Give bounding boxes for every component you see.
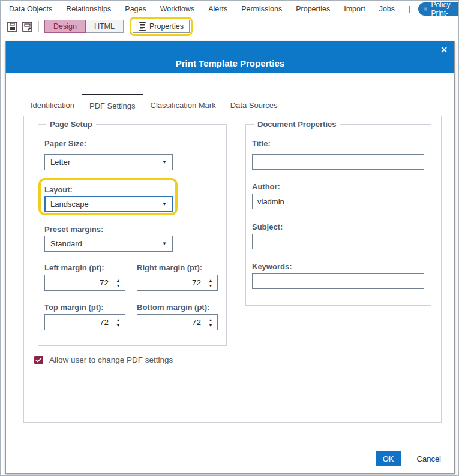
nav-item-import[interactable]: Import [344,5,365,13]
toolbar-divider [38,21,39,32]
spin-up-icon[interactable]: ▲ [209,278,213,282]
tab-pdf-settings[interactable]: PDF Settings [82,94,143,116]
paper-size-value: Letter [50,158,70,167]
nav-item-workflows[interactable]: Workflows [160,5,194,13]
spin-up-icon[interactable]: ▲ [209,318,213,322]
top-margin-input[interactable] [45,318,112,327]
design-toggle-button[interactable]: Design [44,20,86,33]
right-margin-spinner: ▲ ▼ [137,275,218,291]
dialog-button-bar: OK Cancel [376,451,449,466]
panel-top-border [279,116,441,116]
spinner-buttons: ▲ ▼ [112,278,125,288]
allow-pdf-change-row: Allow user to change PDF settings [34,356,173,364]
right-margin-input[interactable] [137,278,204,287]
chevron-down-icon: ▼ [162,241,167,246]
tab-identification[interactable]: Identification [23,94,82,116]
view-mode-toggle: Design HTML [44,20,124,33]
subject-label: Subject: [252,222,283,231]
allow-pdf-change-label: Allow user to change PDF settings [49,356,173,364]
editor-toolbar: Design HTML Properties [1,17,458,35]
nav-item-jobs[interactable]: Jobs [379,5,395,13]
top-margin-spinner: ▲ ▼ [44,314,125,330]
dialog-header: Print Template Properties ✕ [6,41,454,73]
nav-item-data-objects[interactable]: Data Objects [9,5,52,13]
spin-up-icon[interactable]: ▲ [116,318,121,322]
spin-down-icon[interactable]: ▼ [209,323,213,327]
preset-margins-value: Standard [50,239,82,248]
page-setup-legend: Page Setup [46,120,96,129]
tab-classification-mark[interactable]: Classification Mark [143,94,223,116]
save-as-icon[interactable] [22,21,32,32]
nav-item-properties[interactable]: Properties [296,5,330,13]
spin-up-icon[interactable]: ▲ [116,278,121,282]
properties-button-label: Properties [149,22,184,31]
dialog-close-icon[interactable]: ✕ [440,45,448,55]
spin-down-icon[interactable]: ▼ [209,284,213,288]
nav-item-relationships[interactable]: Relationships [66,5,111,13]
template-icon [424,5,427,13]
title-field[interactable] [252,154,424,170]
tab-data-sources[interactable]: Data Sources [223,94,285,116]
html-toggle-button[interactable]: HTML [86,20,124,33]
ok-button[interactable]: OK [376,451,401,466]
spin-down-icon[interactable]: ▼ [116,323,121,327]
save-icon[interactable] [7,21,17,32]
top-navigation: Data Objects Relationships Pages Workflo… [1,1,458,17]
paper-size-dropdown[interactable]: Letter ▼ [44,154,173,170]
properties-button[interactable]: Properties [133,20,190,33]
nav-separator: | [409,5,410,13]
author-field[interactable] [252,194,424,209]
bottom-margin-spinner: ▲ ▼ [137,314,218,330]
right-margin-label: Right margin (pt): [137,263,202,272]
chevron-down-icon: ▼ [162,201,167,207]
top-margin-label: Top margin (pt): [44,303,104,312]
chevron-down-icon: ▼ [162,159,167,165]
app-window: Data Objects Relationships Pages Workflo… [0,0,459,476]
check-icon [35,357,42,363]
spinner-buttons: ▲ ▼ [112,318,125,327]
spinner-buttons: ▲ ▼ [204,318,217,327]
dialog-tabs: Identification PDF Settings Classificati… [23,94,284,116]
layout-value: Landscape [50,200,89,209]
nav-item-alerts[interactable]: Alerts [208,5,227,13]
left-margin-spinner: ▲ ▼ [44,275,125,291]
properties-button-highlight: Properties [130,17,193,36]
bottom-margin-label: Bottom margin (pt): [137,303,209,312]
preset-margins-dropdown[interactable]: Standard ▼ [44,236,173,252]
preset-margins-label: Preset margins: [44,225,103,234]
subject-field[interactable] [252,234,424,249]
spin-down-icon[interactable]: ▼ [116,284,121,288]
left-margin-input[interactable] [45,278,112,287]
nav-right-group: | Auto-Policy-Print-Templ... * ✕ [409,2,459,16]
nav-item-permissions[interactable]: Permissions [241,5,282,13]
open-document-tab[interactable]: Auto-Policy-Print-Templ... * ✕ [418,2,459,16]
layout-label: Layout: [44,185,73,194]
dialog-title: Print Template Properties [6,58,454,68]
keywords-field[interactable] [252,273,424,289]
document-properties-legend: Document Properties [254,120,340,129]
properties-icon [139,22,146,31]
pdf-settings-panel: Page Setup Paper Size: Letter ▼ Layout: … [23,116,442,423]
paper-size-label: Paper Size: [44,139,86,148]
cancel-button[interactable]: Cancel [409,451,449,466]
page-setup-group: Page Setup Paper Size: Letter ▼ Layout: … [38,124,227,346]
left-margin-label: Left margin (pt): [44,263,104,272]
title-label: Title: [252,139,271,148]
document-properties-group: Document Properties Title: Author: Subje… [245,124,431,306]
print-template-properties-dialog: Print Template Properties ✕ Identificati… [5,41,455,474]
bottom-margin-input[interactable] [137,318,204,327]
layout-dropdown[interactable]: Landscape ▼ [44,196,173,212]
author-label: Author: [252,182,280,191]
spinner-buttons: ▲ ▼ [204,278,217,288]
keywords-label: Keywords: [252,262,292,271]
allow-pdf-change-checkbox[interactable] [34,356,43,364]
nav-item-pages[interactable]: Pages [125,5,146,13]
